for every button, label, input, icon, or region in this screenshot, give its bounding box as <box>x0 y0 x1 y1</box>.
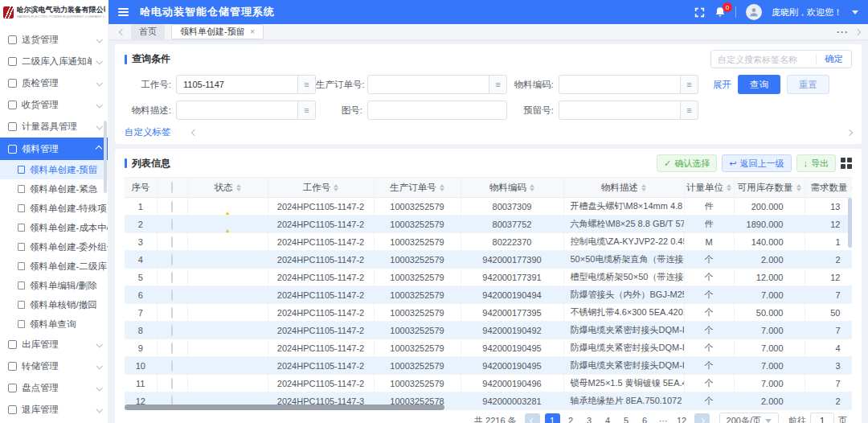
sidebar-subitem[interactable]: 领料单创建-二级库 <box>0 257 108 276</box>
sidebar-subitem[interactable]: 领料单查询 <box>0 314 108 334</box>
tab-item[interactable]: 首页 <box>131 24 165 39</box>
sidebar-subitem[interactable]: 领料单创建-成本中心 <box>0 218 108 237</box>
sidebar-subitem[interactable]: 领料单创建-特殊项目 <box>0 199 108 218</box>
table-row[interactable]: 72024HPC1105-1147-2100032525799420001773… <box>125 304 852 322</box>
sidebar-scrollbar[interactable] <box>104 121 107 193</box>
query-field-input[interactable] <box>176 101 298 120</box>
sidebar-item[interactable]: 送货管理 <box>0 29 108 51</box>
row-checkbox[interactable] <box>171 378 173 389</box>
field-list-icon[interactable]: ≡ <box>298 75 316 94</box>
query-field-input[interactable] <box>559 75 681 94</box>
sort-icon[interactable] <box>334 184 338 191</box>
page-size-select[interactable]: 200条/页 <box>719 413 779 423</box>
custom-tag-search-input[interactable] <box>711 51 816 68</box>
sidebar-item[interactable]: 质检管理 <box>0 72 108 94</box>
sort-icon[interactable] <box>440 184 444 191</box>
avatar[interactable] <box>746 4 762 20</box>
tab-close-icon[interactable]: × <box>250 27 255 36</box>
expand-button[interactable]: 展开 <box>713 79 731 91</box>
back-to-parent-button[interactable]: ↩ 返回上一级 <box>722 154 791 172</box>
tabs-more-button[interactable]: ··· <box>837 27 849 38</box>
tabs-scroll-right-icon[interactable] <box>854 28 861 35</box>
row-checkbox[interactable] <box>171 201 173 212</box>
sidebar-subitem[interactable]: 领料单创建-预留 <box>0 160 108 179</box>
chevron-down-icon <box>96 58 102 64</box>
sidebar-item[interactable]: 出库管理 <box>0 334 108 355</box>
table-row[interactable]: 62024HPC1105-1147-2100032525799420001904… <box>125 286 852 304</box>
fullscreen-icon[interactable] <box>694 7 705 18</box>
sort-icon[interactable] <box>727 184 731 191</box>
sort-icon[interactable] <box>236 184 241 191</box>
page-number-button[interactable]: 4 <box>600 413 616 423</box>
row-checkbox[interactable] <box>171 219 173 230</box>
field-list-icon[interactable]: ≡ <box>681 101 698 120</box>
query-field-input[interactable] <box>367 75 489 94</box>
tab-active[interactable]: 领料单创建-预留× <box>171 24 264 39</box>
table-row[interactable]: 82024HPC1105-1147-2100032525799420001904… <box>125 322 852 339</box>
page-number-button[interactable]: 2 <box>563 413 579 423</box>
user-greeting: 庞晓刚，欢迎您！ <box>772 6 842 18</box>
row-checkbox[interactable] <box>171 236 173 248</box>
horizontal-scrollbar[interactable] <box>125 405 444 410</box>
tabs-scroll-left-icon[interactable] <box>119 28 125 35</box>
table-row[interactable]: 112024HPC1105-1147-210003252579942000190… <box>125 375 852 392</box>
row-checkbox[interactable] <box>171 290 173 301</box>
query-field-input[interactable] <box>559 101 681 120</box>
sort-icon[interactable] <box>796 184 801 191</box>
sidebar-item[interactable]: 二级库入库通知单 <box>0 51 108 72</box>
query-field-input[interactable] <box>176 75 298 94</box>
page-number-button[interactable]: 5 <box>619 413 634 423</box>
chevron-down-icon[interactable] <box>852 10 858 14</box>
page-number-button[interactable]: 6 <box>637 413 653 423</box>
sidebar-item[interactable]: 收货管理 <box>0 94 108 116</box>
sidebar-item[interactable]: 转储管理 <box>0 355 108 377</box>
field-list-icon[interactable]: ≡ <box>489 75 507 94</box>
tag-scroll-right-icon[interactable] <box>846 129 853 135</box>
sidebar-item[interactable]: 退库管理 <box>0 399 108 421</box>
export-button[interactable]: ↓ 导出 <box>796 154 837 172</box>
goto-page-input[interactable] <box>810 413 834 423</box>
table-row[interactable]: 102024HPC1105-1147-210003252579942000190… <box>125 357 852 375</box>
sidebar-subitem[interactable]: 领料单创建-紧急 <box>0 179 108 199</box>
sidebar-subitem[interactable]: 领料单创建-委外组件 <box>0 237 108 257</box>
confirm-select-button[interactable]: ✓ 确认选择 <box>657 154 717 172</box>
field-list-icon[interactable]: ≡ <box>681 75 698 94</box>
sidebar-collapse-icon[interactable] <box>118 8 129 16</box>
row-checkbox[interactable] <box>171 325 173 336</box>
reset-button[interactable]: 重置 <box>787 75 829 94</box>
custom-tag-link[interactable]: 自定义标签 <box>125 126 171 138</box>
sidebar-subitem[interactable]: 领料单核销/撤回 <box>0 295 108 314</box>
vertical-scrollbar[interactable] <box>848 198 852 248</box>
query-field-input[interactable] <box>367 101 507 120</box>
table-row[interactable]: 22024HPC1105-1147-21000325257980037752六角… <box>125 216 852 233</box>
table-row[interactable]: 92024HPC1105-1147-2100032525799420001904… <box>125 339 852 357</box>
page-number-button[interactable]: 1 <box>545 413 560 423</box>
page-number-button[interactable]: 12 <box>674 413 690 423</box>
sidebar-item[interactable]: 领料管理 <box>0 138 108 160</box>
row-checkbox[interactable] <box>171 307 173 318</box>
sidebar-item[interactable]: 计量器具管理 <box>0 116 108 138</box>
tag-confirm-button[interactable]: 确定 <box>817 53 851 65</box>
table-row[interactable]: 12024HPC1105-1147-21000325257980037309开槽… <box>125 198 852 216</box>
row-checkbox[interactable] <box>171 343 173 354</box>
sidebar-item[interactable]: 盘点管理 <box>0 377 108 399</box>
next-page-button[interactable] <box>694 413 710 423</box>
page-number-button[interactable]: 3 <box>582 413 597 423</box>
column-settings-icon[interactable] <box>841 158 852 169</box>
tag-scroll-left-icon[interactable] <box>190 129 197 135</box>
table-row[interactable]: 42024HPC1105-1147-2100032525799420001773… <box>125 251 852 269</box>
sort-icon[interactable] <box>641 184 646 191</box>
search-button[interactable]: 查询 <box>738 75 780 94</box>
table-row[interactable]: 52024HPC1105-1147-2100032525799420001773… <box>125 269 852 286</box>
table-row[interactable]: 32024HPC1105-1147-21000325257980222370控制… <box>125 233 852 251</box>
sort-icon[interactable] <box>851 184 853 191</box>
prev-page-button[interactable] <box>525 413 540 423</box>
row-checkbox[interactable] <box>171 272 173 283</box>
sort-icon[interactable] <box>530 184 534 191</box>
sidebar-subitem[interactable]: 领料单编辑/删除 <box>0 276 108 295</box>
select-all-checkbox[interactable] <box>171 182 173 193</box>
row-checkbox[interactable] <box>171 360 173 372</box>
field-list-icon[interactable]: ≡ <box>298 101 316 120</box>
notification-bell-icon[interactable]: 0 <box>714 6 726 18</box>
row-checkbox[interactable] <box>171 254 173 265</box>
